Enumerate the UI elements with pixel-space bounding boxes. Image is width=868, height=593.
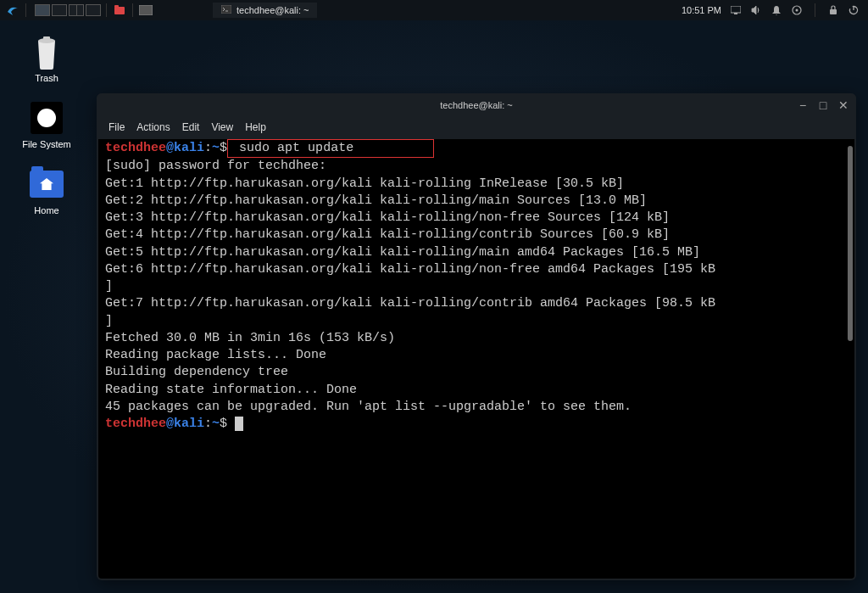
terminal-title: techdhee@kali: ~	[440, 100, 512, 110]
prompt-path: ~	[212, 417, 220, 431]
top-panel: techdhee@kali: ~ 10:51 PM	[0, 0, 868, 20]
prompt-at: @	[166, 417, 174, 431]
home-desktop-icon[interactable]: Home	[17, 166, 76, 215]
prompt-dollar: $	[220, 141, 227, 155]
output-line: Building dependency tree	[105, 364, 848, 381]
terminal-titlebar[interactable]: techdhee@kali: ~ − □ ✕	[97, 93, 856, 117]
desktop-icons: Trash File System Home	[17, 34, 76, 215]
svg-rect-12	[43, 36, 50, 40]
svg-rect-4	[731, 6, 741, 13]
lock-icon[interactable]	[827, 4, 839, 16]
filesystem-label: File System	[22, 139, 70, 149]
taskbar-item-label: techdhee@kali: ~	[236, 5, 309, 15]
show-desktop-icon[interactable]	[138, 3, 153, 18]
menu-actions[interactable]: Actions	[136, 121, 170, 133]
output-line: Fetched 30.0 MB in 3min 16s (153 kB/s)	[105, 330, 848, 347]
prompt-host: kali	[174, 417, 204, 431]
trash-label: Trash	[35, 73, 58, 83]
output-line: ]	[105, 278, 848, 295]
terminal-menubar: File Actions Edit View Help	[97, 117, 856, 137]
notifications-icon[interactable]	[771, 4, 782, 16]
panel-left	[0, 3, 153, 18]
filesystem-desktop-icon[interactable]: File System	[17, 100, 76, 149]
prompt-path: ~	[212, 141, 220, 155]
menu-help[interactable]: Help	[245, 121, 266, 133]
terminal-content: techdhee@kali:~$ sudo apt update [sudo] …	[105, 139, 848, 433]
home-label: Home	[34, 205, 58, 215]
panel-right: 10:51 PM	[682, 3, 868, 17]
menu-file[interactable]: File	[108, 121, 125, 133]
window-controls: − □ ✕	[797, 99, 849, 111]
prompt-user: techdhee	[105, 417, 166, 431]
taskbar: techdhee@kali: ~	[213, 3, 317, 18]
power-icon[interactable]	[848, 4, 860, 16]
trash-desktop-icon[interactable]: Trash	[17, 34, 76, 83]
prompt-at: @	[166, 141, 174, 155]
taskbar-terminal[interactable]: techdhee@kali: ~	[213, 3, 317, 18]
output-line: Get:7 http://ftp.harukasan.org/kali kali…	[105, 295, 848, 312]
svg-rect-5	[734, 13, 737, 14]
svg-rect-2	[139, 5, 153, 15]
close-button[interactable]: ✕	[837, 99, 849, 111]
output-line: Get:1 http://ftp.harukasan.org/kali kali…	[105, 176, 848, 193]
terminal-body[interactable]: techdhee@kali:~$ sudo apt update [sudo] …	[98, 139, 854, 579]
output-line: Reading state information... Done	[105, 382, 848, 399]
minimize-button[interactable]: −	[797, 99, 809, 111]
output-line: Get:6 http://ftp.harukasan.org/kali kali…	[105, 261, 848, 278]
svg-rect-1	[114, 5, 119, 8]
clock[interactable]: 10:51 PM	[682, 5, 721, 15]
cursor	[235, 417, 243, 431]
svg-rect-3	[221, 5, 231, 14]
terminal-window: techdhee@kali: ~ − □ ✕ File Actions Edit…	[97, 93, 856, 580]
display-icon[interactable]	[730, 4, 742, 16]
filesystem-icon	[29, 100, 64, 136]
menu-view[interactable]: View	[211, 121, 233, 133]
kali-logo-icon[interactable]	[5, 3, 20, 18]
workspace-1[interactable]	[35, 4, 50, 16]
command-text: sudo apt update	[239, 141, 353, 155]
maximize-button[interactable]: □	[817, 99, 829, 111]
output-line: Get:2 http://ftp.harukasan.org/kali kali…	[105, 193, 848, 210]
svg-point-7	[796, 9, 798, 12]
volume-icon[interactable]	[750, 4, 762, 16]
svg-rect-8	[830, 9, 837, 14]
output-line: [sudo] password for techdhee:	[105, 158, 848, 175]
output-line: Get:3 http://ftp.harukasan.org/kali kali…	[105, 210, 848, 227]
menu-edit[interactable]: Edit	[182, 121, 200, 133]
trash-icon	[29, 34, 64, 70]
output-line: Reading package lists... Done	[105, 347, 848, 364]
prompt-host: kali	[174, 141, 204, 155]
terminal-icon	[221, 5, 231, 15]
prompt-dollar: $	[220, 417, 227, 431]
command-highlight: sudo apt update	[227, 139, 434, 158]
output-line: 45 packages can be upgraded. Run 'apt li…	[105, 399, 848, 416]
home-folder-icon	[29, 166, 64, 202]
workspace-4[interactable]	[86, 4, 101, 16]
output-line: ]	[105, 313, 848, 330]
workspace-switcher[interactable]	[35, 4, 101, 16]
scrollbar[interactable]	[848, 146, 853, 341]
output-line: Get:5 http://ftp.harukasan.org/kali kali…	[105, 244, 848, 261]
workspace-3[interactable]	[69, 4, 84, 16]
output-line: Get:4 http://ftp.harukasan.org/kali kali…	[105, 227, 848, 243]
updates-icon[interactable]	[791, 4, 803, 16]
workspace-2[interactable]	[52, 4, 67, 16]
svg-rect-0	[114, 7, 125, 14]
files-icon[interactable]	[112, 3, 127, 18]
prompt-user: techdhee	[105, 141, 166, 155]
